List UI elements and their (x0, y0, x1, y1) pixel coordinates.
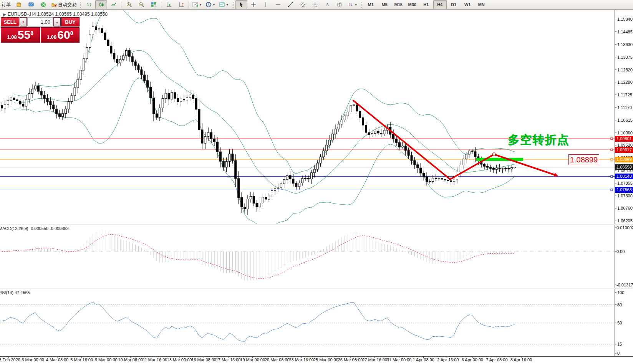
indicators-button[interactable]: ▼ (191, 0, 204, 9)
rsi-label: RSI(14) 47.4565 (0, 290, 30, 295)
line-icon (111, 2, 117, 8)
market-watch-button[interactable] (25, 0, 37, 9)
arrows-icon (348, 2, 354, 8)
price-axis-badge: 1.07563 (615, 187, 633, 193)
chart-ohlc-header: EURUSD-,H4 1.08524 1.08565 1.08495 1.085… (2, 12, 108, 17)
package-icon (16, 2, 22, 8)
svg-text:1.13375: 1.13375 (617, 55, 633, 60)
label-icon: T (336, 2, 343, 8)
fibonacci-button[interactable]: F (309, 0, 321, 9)
price-axis-badge: 1.08148 (615, 174, 633, 179)
chevron-down-icon: ▼ (212, 3, 215, 7)
text-button[interactable]: A (321, 0, 333, 9)
zoom-out-button[interactable] (135, 0, 147, 9)
clock-icon (205, 2, 212, 8)
templates-button[interactable]: ▼ (217, 0, 230, 9)
buy-price-main: 60 (57, 28, 70, 41)
svg-text:23 Mar 16:00: 23 Mar 16:00 (289, 357, 314, 362)
volume-increase-button[interactable]: ▲ (53, 17, 61, 26)
horizontal-line-button[interactable] (272, 0, 284, 9)
tile-icon (151, 2, 157, 8)
package-button[interactable] (13, 0, 25, 9)
timeframe-w1[interactable]: W1 (461, 0, 474, 9)
svg-text:T: T (339, 3, 341, 7)
buy-price-prefix: 1.08 (47, 34, 56, 40)
svg-text:F: F (316, 5, 317, 8)
timeframe-m5[interactable]: M5 (378, 0, 391, 9)
channel-icon: E (300, 2, 306, 8)
vertical-line-button[interactable] (260, 0, 272, 9)
sell-price-pip: 8 (30, 30, 33, 36)
indicator-icon (192, 2, 198, 8)
toolbar-grip (80, 2, 81, 8)
timeframe-m30[interactable]: M30 (406, 0, 419, 9)
svg-text:1.07855: 1.07855 (617, 181, 633, 185)
text-label-button[interactable]: T (334, 0, 346, 9)
svg-text:1.10060: 1.10060 (617, 131, 633, 135)
fibo-icon: F (312, 2, 318, 8)
template-icon (219, 2, 225, 8)
line-chart-button[interactable] (108, 0, 119, 9)
svg-text:11 Mar 16:00: 11 Mar 16:00 (143, 357, 167, 362)
buy-price-button[interactable]: 1.08 60 0 (41, 27, 80, 43)
svg-text:0.00: 0.00 (616, 249, 625, 254)
autotrade-button[interactable]: 自动交易 (50, 0, 78, 9)
price-flag-label[interactable]: 1.08899 (568, 154, 599, 165)
timeframe-m1[interactable]: M1 (364, 0, 378, 9)
toolbar-separator (121, 2, 121, 8)
candles-icon (98, 2, 104, 8)
sell-price-button[interactable]: 1.08 55 8 (1, 27, 40, 43)
toolbar-grip (232, 2, 234, 8)
svg-text:1.06760: 1.06760 (617, 206, 633, 210)
svg-text:1.13930: 1.13930 (617, 42, 633, 47)
svg-text:1.12820: 1.12820 (617, 68, 633, 72)
main-toolbar: 订单自动交易▼▼▼EFAT▼M1M5M15M30H1H4D1W1MN (0, 0, 633, 10)
hline-icon (275, 2, 281, 8)
volume-input[interactable]: 1.00 (27, 17, 53, 26)
crosshair-icon (250, 2, 257, 8)
autoscroll-button[interactable] (163, 0, 175, 9)
one-click-trade-panel: SELL ▼ 1.00 ▲ BUY 1.08 55 8 1.08 60 0 (1, 17, 80, 43)
signal-button[interactable] (37, 0, 49, 9)
chart-shift-button[interactable] (175, 0, 187, 9)
svg-text:7 Apr 08:00: 7 Apr 08:00 (486, 357, 507, 362)
svg-text:-0.013171: -0.013171 (616, 283, 633, 287)
candlestick-button[interactable] (95, 0, 107, 9)
timeframe-mn[interactable]: MN (475, 0, 488, 9)
zoom-in-button[interactable] (123, 0, 135, 9)
bar-chart-button[interactable] (83, 0, 95, 9)
chevron-down-icon: ▼ (355, 3, 358, 7)
svg-text:0: 0 (617, 351, 620, 356)
sell-price-main: 55 (18, 28, 30, 41)
svg-text:1 Apr 08:00: 1 Apr 08:00 (413, 357, 434, 362)
periods-button[interactable]: ▼ (204, 0, 217, 9)
volume-decrease-button[interactable]: ▼ (20, 17, 27, 26)
cursor-button[interactable] (235, 0, 247, 9)
timeframe-d1[interactable]: D1 (447, 0, 461, 9)
svg-text:28 Feb 2020: 28 Feb 2020 (0, 357, 20, 362)
svg-text:1.11725: 1.11725 (617, 93, 632, 97)
svg-text:2 Apr 16:00: 2 Apr 16:00 (437, 357, 459, 362)
svg-text:80: 80 (617, 303, 622, 307)
chevron-down-icon: ▼ (226, 3, 229, 7)
svg-text:6 Apr 00:00: 6 Apr 00:00 (462, 357, 483, 362)
timeframe-m15[interactable]: M15 (392, 0, 405, 9)
collapse-panel-icon[interactable] (2, 12, 6, 17)
new-order-button[interactable]: 订单 (0, 0, 12, 9)
zoom-out-icon (138, 2, 144, 8)
crosshair-button[interactable] (248, 0, 260, 9)
trendline-icon (287, 2, 293, 8)
sell-price-prefix: 1.08 (7, 34, 17, 40)
arrows-button[interactable]: ▼ (346, 0, 359, 9)
turning-point-annotation[interactable]: 多空转折点 (508, 132, 592, 148)
trendline-button[interactable] (285, 0, 297, 9)
sell-button[interactable]: SELL (1, 17, 19, 26)
svg-text:17 Mar 16:00: 17 Mar 16:00 (216, 357, 241, 362)
buy-button[interactable]: BUY (61, 17, 80, 26)
equidistant-channel-button[interactable]: E (297, 0, 309, 9)
tile-windows-button[interactable] (147, 0, 159, 9)
timeframe-h4[interactable]: H4 (433, 0, 447, 9)
svg-text:1.10615: 1.10615 (617, 118, 633, 122)
timeframe-h1[interactable]: H1 (419, 0, 433, 9)
svg-text:31 Mar 00:00: 31 Mar 00:00 (387, 357, 412, 362)
